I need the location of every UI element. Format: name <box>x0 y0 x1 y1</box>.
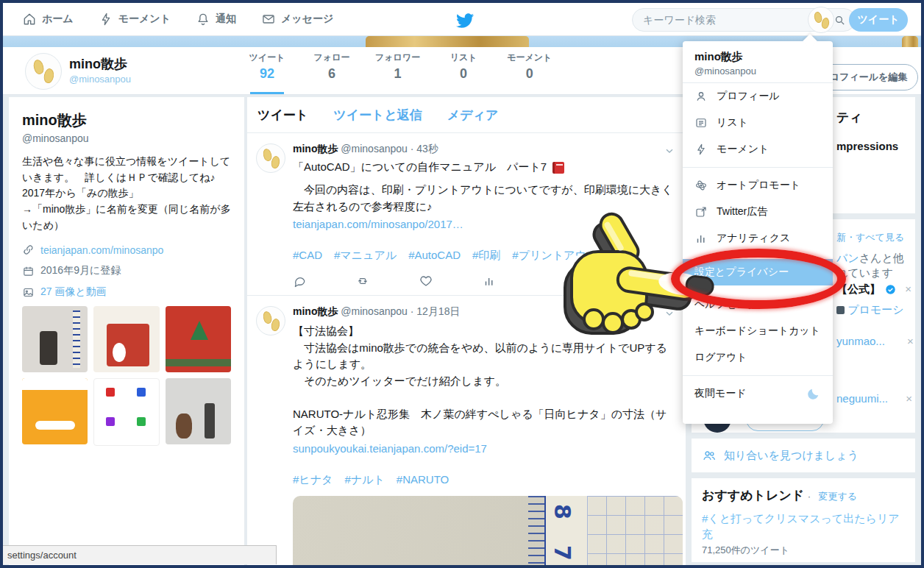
hashtag[interactable]: #印刷 <box>472 249 500 263</box>
tweet[interactable]: mino散歩 @minosanpou · 43秒 「AutoCAD」についての自… <box>247 133 686 296</box>
menu-item-analytics[interactable]: アナリティクス <box>683 225 833 252</box>
nav-messages-label: メッセージ <box>281 13 333 26</box>
profile-avatar[interactable] <box>25 53 62 90</box>
tweet-avatar[interactable] <box>256 143 285 173</box>
profile-website-link[interactable]: teianjapan.com/minosanpo <box>40 244 163 256</box>
hashtag[interactable]: #プリントアウト <box>512 249 597 263</box>
reply-icon[interactable] <box>293 274 306 288</box>
retweet-icon[interactable] <box>356 274 369 288</box>
person-icon <box>694 90 708 103</box>
media-thumbnail[interactable] <box>22 378 88 444</box>
chevron-down-icon[interactable] <box>664 308 675 319</box>
verified-badge-icon <box>885 284 896 295</box>
trends-separator: · <box>808 491 811 502</box>
tab-media[interactable]: メディア <box>447 107 499 124</box>
trend-tweet-count: 71,250件のツイート <box>702 544 905 557</box>
menu-item-twitter-ads[interactable]: Twitter広告 <box>683 199 833 225</box>
menu-item-lists[interactable]: リスト <box>683 110 833 136</box>
twitter-page: ホーム モーメント 通知 メッセージ ツイート <box>0 0 924 568</box>
nav-moments[interactable]: モーメント <box>99 12 171 26</box>
twitter-logo-icon[interactable] <box>456 12 474 29</box>
menu-item-logout[interactable]: ログアウト <box>683 344 833 371</box>
tweet-photo-ruler[interactable]: 8 7 6 <box>293 496 683 566</box>
promoted-label-fragment[interactable]: プロモーシ <box>847 303 903 316</box>
menu-item-help-center[interactable]: ヘルプセンター <box>683 291 833 318</box>
dismiss-icon[interactable]: × <box>907 335 914 347</box>
tweet-link[interactable]: sunpoukyoukai.teianjapan.com/?eid=17 <box>293 442 487 455</box>
find-friends-card: 知り合いを見つけましょう <box>692 439 915 472</box>
profile-name[interactable]: mino散歩 <box>69 55 127 73</box>
trend-item[interactable]: #くと打ってクリスマスって出たらリア充 <box>702 511 902 542</box>
menu-item-settings-privacy[interactable]: 設定とプライバシー <box>683 259 833 285</box>
dismiss-icon[interactable]: × <box>905 283 911 295</box>
tweet-timestamp[interactable]: 12月18日 <box>416 305 460 317</box>
tweet-header: mino散歩 @minosanpou · 12月18日 <box>293 305 674 319</box>
see-all-link[interactable]: 新・すべて見る <box>836 231 904 244</box>
account-avatar[interactable] <box>808 7 834 33</box>
stat-tweets[interactable]: ツイート 92 <box>246 52 288 94</box>
search-input[interactable] <box>642 13 834 26</box>
link-icon <box>22 244 35 256</box>
stat-following[interactable]: フォロー 6 <box>310 52 353 94</box>
media-thumbnail[interactable] <box>166 378 231 444</box>
menu-item-moments[interactable]: モーメント <box>683 136 833 163</box>
tab-tweets-replies[interactable]: ツイートと返信 <box>333 107 422 124</box>
change-trends-link[interactable]: 変更する <box>818 491 857 502</box>
list-icon <box>694 116 708 129</box>
tweet-author-handle[interactable]: @minosanpou <box>341 305 408 317</box>
tweet[interactable]: mino散歩 @minosanpou · 12月18日 【寸法協会】 寸法協会は… <box>247 296 686 565</box>
hashtag[interactable]: #AutoCAD <box>408 249 461 263</box>
media-thumbnail[interactable] <box>22 306 88 372</box>
activity-title-fragment: ティ <box>836 109 862 126</box>
stat-moments[interactable]: モーメント 0 <box>507 52 552 94</box>
hashtag[interactable]: #ヒナタ <box>293 473 333 487</box>
tab-tweets[interactable]: ツイート <box>257 107 308 124</box>
suggested-user-name[interactable]: 【公式】 <box>836 283 881 295</box>
hashtag[interactable]: #マニュアル <box>334 249 397 263</box>
dismiss-icon[interactable]: × <box>906 392 912 405</box>
tweet-actions <box>293 274 674 288</box>
analytics-icon[interactable] <box>483 274 496 288</box>
menu-item-night-mode[interactable]: 夜間モード <box>683 380 833 407</box>
divider <box>683 167 833 168</box>
tweet-button[interactable]: ツイート <box>849 8 908 32</box>
stat-followers[interactable]: フォロワー 1 <box>375 52 420 94</box>
tweet-link[interactable]: teianjapan.com/minosanpo/2017… <box>293 218 463 230</box>
tweet-timestamp[interactable]: 43秒 <box>416 143 438 155</box>
menu-item-autopromote[interactable]: オートプロモート <box>683 172 833 199</box>
nav-notifications[interactable]: 通知 <box>196 12 236 26</box>
tweet-author-name[interactable]: mino散歩 <box>293 143 338 155</box>
suggested-user-name[interactable]: yunmao... <box>836 335 885 347</box>
media-count-link[interactable]: 27 画像と動画 <box>40 285 107 299</box>
banner-gold-object <box>366 36 529 47</box>
follower-name-fragment[interactable]: パン <box>836 252 859 264</box>
media-grid <box>22 306 231 446</box>
moon-icon <box>806 386 821 401</box>
nav-messages[interactable]: メッセージ <box>261 12 333 26</box>
tweet-title-text: 「AutoCAD」についての自作マニュアル パート7 <box>293 160 547 174</box>
media-thumbnail[interactable] <box>93 306 159 372</box>
hashtag[interactable]: #NARUTO <box>397 473 449 487</box>
tweet-author-name[interactable]: mino散歩 <box>293 305 338 317</box>
meta-separator: · <box>411 305 414 317</box>
menu-item-profile[interactable]: プロフィール <box>683 83 833 110</box>
timeline: ツイート ツイートと返信 メディア mino散歩 @minosanpou · 4… <box>247 97 686 565</box>
suggested-user-name[interactable]: neguumi... <box>836 392 888 405</box>
chevron-down-icon[interactable] <box>664 145 675 157</box>
tweet-author-handle[interactable]: @minosanpou <box>341 143 408 155</box>
tweet-avatar[interactable] <box>256 306 285 336</box>
ruler-numbers: 8 7 6 <box>544 496 589 566</box>
hashtag[interactable]: #ナルト <box>344 473 384 487</box>
stat-lists[interactable]: リスト 0 <box>442 52 485 94</box>
nav-home-label: ホーム <box>42 13 74 26</box>
atom-icon <box>694 179 708 192</box>
hashtag[interactable]: #CAD <box>293 249 322 263</box>
ruler-ticks <box>528 496 544 566</box>
nav-home[interactable]: ホーム <box>22 12 74 26</box>
media-thumbnail[interactable] <box>166 306 231 372</box>
media-thumbnail[interactable] <box>93 378 159 446</box>
find-friends-link[interactable]: 知り合いを見つけましょう <box>692 439 915 472</box>
nav-notifications-label: 通知 <box>216 13 236 26</box>
like-icon[interactable] <box>419 274 433 288</box>
menu-item-keyboard-shortcuts[interactable]: キーボードショートカット <box>683 318 833 344</box>
